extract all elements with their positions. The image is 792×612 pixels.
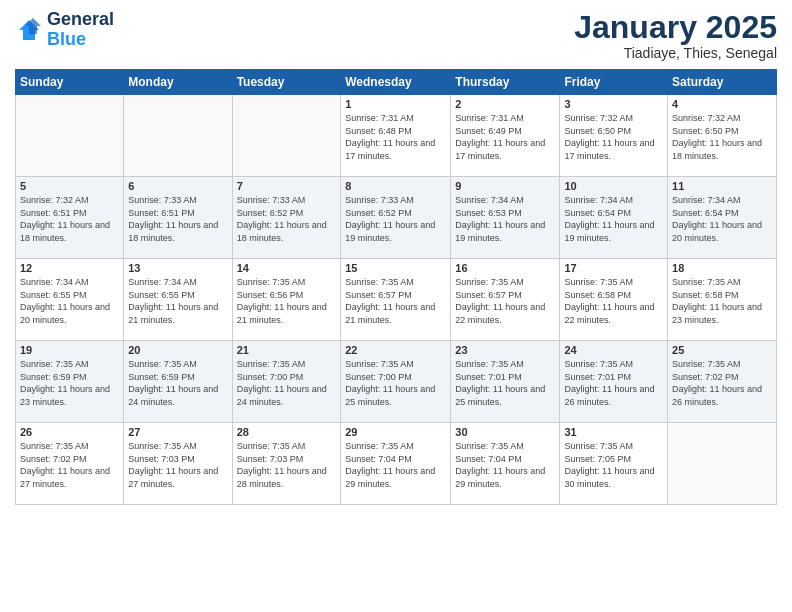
day-of-week-header: Monday [124, 70, 232, 95]
calendar-day-cell: 2Sunrise: 7:31 AMSunset: 6:49 PMDaylight… [451, 95, 560, 177]
day-number: 10 [564, 180, 663, 192]
calendar-day-cell: 29Sunrise: 7:35 AMSunset: 7:04 PMDayligh… [341, 423, 451, 505]
calendar-day-cell: 15Sunrise: 7:35 AMSunset: 6:57 PMDayligh… [341, 259, 451, 341]
day-info: Sunrise: 7:35 AMSunset: 6:56 PMDaylight:… [237, 276, 337, 326]
day-number: 27 [128, 426, 227, 438]
day-number: 6 [128, 180, 227, 192]
calendar-day-cell [232, 95, 341, 177]
day-info: Sunrise: 7:35 AMSunset: 7:01 PMDaylight:… [564, 358, 663, 408]
day-number: 17 [564, 262, 663, 274]
day-info: Sunrise: 7:34 AMSunset: 6:53 PMDaylight:… [455, 194, 555, 244]
day-info: Sunrise: 7:35 AMSunset: 7:04 PMDaylight:… [345, 440, 446, 490]
day-info: Sunrise: 7:35 AMSunset: 7:00 PMDaylight:… [345, 358, 446, 408]
calendar-day-cell: 13Sunrise: 7:34 AMSunset: 6:55 PMDayligh… [124, 259, 232, 341]
day-number: 4 [672, 98, 772, 110]
day-of-week-header: Saturday [668, 70, 777, 95]
day-info: Sunrise: 7:35 AMSunset: 7:03 PMDaylight:… [128, 440, 227, 490]
day-info: Sunrise: 7:35 AMSunset: 6:57 PMDaylight:… [455, 276, 555, 326]
page: General Blue January 2025 Tiadiaye, Thie… [0, 0, 792, 612]
calendar-day-cell: 14Sunrise: 7:35 AMSunset: 6:56 PMDayligh… [232, 259, 341, 341]
day-info: Sunrise: 7:35 AMSunset: 6:57 PMDaylight:… [345, 276, 446, 326]
day-number: 14 [237, 262, 337, 274]
calendar-day-cell: 31Sunrise: 7:35 AMSunset: 7:05 PMDayligh… [560, 423, 668, 505]
day-info: Sunrise: 7:31 AMSunset: 6:49 PMDaylight:… [455, 112, 555, 162]
calendar-day-cell [16, 95, 124, 177]
day-info: Sunrise: 7:35 AMSunset: 7:02 PMDaylight:… [672, 358, 772, 408]
calendar-day-cell: 1Sunrise: 7:31 AMSunset: 6:48 PMDaylight… [341, 95, 451, 177]
day-number: 25 [672, 344, 772, 356]
calendar-day-cell: 25Sunrise: 7:35 AMSunset: 7:02 PMDayligh… [668, 341, 777, 423]
day-number: 24 [564, 344, 663, 356]
day-number: 1 [345, 98, 446, 110]
day-info: Sunrise: 7:35 AMSunset: 7:01 PMDaylight:… [455, 358, 555, 408]
day-number: 5 [20, 180, 119, 192]
calendar-day-cell: 11Sunrise: 7:34 AMSunset: 6:54 PMDayligh… [668, 177, 777, 259]
calendar-day-cell: 5Sunrise: 7:32 AMSunset: 6:51 PMDaylight… [16, 177, 124, 259]
day-of-week-header: Tuesday [232, 70, 341, 95]
calendar-day-cell: 26Sunrise: 7:35 AMSunset: 7:02 PMDayligh… [16, 423, 124, 505]
day-info: Sunrise: 7:32 AMSunset: 6:51 PMDaylight:… [20, 194, 119, 244]
day-info: Sunrise: 7:34 AMSunset: 6:54 PMDaylight:… [672, 194, 772, 244]
calendar-day-cell: 6Sunrise: 7:33 AMSunset: 6:51 PMDaylight… [124, 177, 232, 259]
calendar-day-cell: 27Sunrise: 7:35 AMSunset: 7:03 PMDayligh… [124, 423, 232, 505]
calendar-week-row: 12Sunrise: 7:34 AMSunset: 6:55 PMDayligh… [16, 259, 777, 341]
day-of-week-header: Wednesday [341, 70, 451, 95]
calendar-day-cell: 28Sunrise: 7:35 AMSunset: 7:03 PMDayligh… [232, 423, 341, 505]
day-info: Sunrise: 7:35 AMSunset: 7:04 PMDaylight:… [455, 440, 555, 490]
calendar-week-row: 5Sunrise: 7:32 AMSunset: 6:51 PMDaylight… [16, 177, 777, 259]
day-info: Sunrise: 7:35 AMSunset: 7:02 PMDaylight:… [20, 440, 119, 490]
day-info: Sunrise: 7:33 AMSunset: 6:51 PMDaylight:… [128, 194, 227, 244]
day-info: Sunrise: 7:32 AMSunset: 6:50 PMDaylight:… [672, 112, 772, 162]
day-number: 9 [455, 180, 555, 192]
day-info: Sunrise: 7:34 AMSunset: 6:54 PMDaylight:… [564, 194, 663, 244]
title-section: January 2025 Tiadiaye, Thies, Senegal [574, 10, 777, 61]
day-number: 28 [237, 426, 337, 438]
calendar-day-cell: 7Sunrise: 7:33 AMSunset: 6:52 PMDaylight… [232, 177, 341, 259]
day-info: Sunrise: 7:35 AMSunset: 6:59 PMDaylight:… [20, 358, 119, 408]
calendar-day-cell: 9Sunrise: 7:34 AMSunset: 6:53 PMDaylight… [451, 177, 560, 259]
calendar: SundayMondayTuesdayWednesdayThursdayFrid… [15, 69, 777, 505]
day-number: 16 [455, 262, 555, 274]
day-number: 8 [345, 180, 446, 192]
day-info: Sunrise: 7:35 AMSunset: 6:59 PMDaylight:… [128, 358, 227, 408]
day-info: Sunrise: 7:34 AMSunset: 6:55 PMDaylight:… [128, 276, 227, 326]
day-info: Sunrise: 7:31 AMSunset: 6:48 PMDaylight:… [345, 112, 446, 162]
day-number: 31 [564, 426, 663, 438]
day-info: Sunrise: 7:35 AMSunset: 7:03 PMDaylight:… [237, 440, 337, 490]
day-info: Sunrise: 7:33 AMSunset: 6:52 PMDaylight:… [237, 194, 337, 244]
logo-icon [15, 16, 43, 44]
calendar-day-cell: 12Sunrise: 7:34 AMSunset: 6:55 PMDayligh… [16, 259, 124, 341]
logo-line2: Blue [47, 30, 114, 50]
day-number: 11 [672, 180, 772, 192]
location: Tiadiaye, Thies, Senegal [574, 45, 777, 61]
calendar-day-cell: 18Sunrise: 7:35 AMSunset: 6:58 PMDayligh… [668, 259, 777, 341]
day-info: Sunrise: 7:35 AMSunset: 6:58 PMDaylight:… [672, 276, 772, 326]
day-number: 21 [237, 344, 337, 356]
calendar-day-cell: 10Sunrise: 7:34 AMSunset: 6:54 PMDayligh… [560, 177, 668, 259]
calendar-day-cell: 20Sunrise: 7:35 AMSunset: 6:59 PMDayligh… [124, 341, 232, 423]
calendar-day-cell: 21Sunrise: 7:35 AMSunset: 7:00 PMDayligh… [232, 341, 341, 423]
day-number: 23 [455, 344, 555, 356]
day-number: 20 [128, 344, 227, 356]
day-number: 12 [20, 262, 119, 274]
calendar-day-cell: 3Sunrise: 7:32 AMSunset: 6:50 PMDaylight… [560, 95, 668, 177]
day-number: 2 [455, 98, 555, 110]
day-number: 22 [345, 344, 446, 356]
day-of-week-header: Friday [560, 70, 668, 95]
day-number: 19 [20, 344, 119, 356]
calendar-day-cell: 22Sunrise: 7:35 AMSunset: 7:00 PMDayligh… [341, 341, 451, 423]
calendar-day-cell [124, 95, 232, 177]
calendar-day-cell: 30Sunrise: 7:35 AMSunset: 7:04 PMDayligh… [451, 423, 560, 505]
calendar-day-cell: 24Sunrise: 7:35 AMSunset: 7:01 PMDayligh… [560, 341, 668, 423]
calendar-day-cell: 16Sunrise: 7:35 AMSunset: 6:57 PMDayligh… [451, 259, 560, 341]
day-info: Sunrise: 7:32 AMSunset: 6:50 PMDaylight:… [564, 112, 663, 162]
calendar-day-cell: 23Sunrise: 7:35 AMSunset: 7:01 PMDayligh… [451, 341, 560, 423]
calendar-day-cell: 4Sunrise: 7:32 AMSunset: 6:50 PMDaylight… [668, 95, 777, 177]
day-info: Sunrise: 7:33 AMSunset: 6:52 PMDaylight:… [345, 194, 446, 244]
logo-text: General Blue [47, 10, 114, 50]
calendar-day-cell: 17Sunrise: 7:35 AMSunset: 6:58 PMDayligh… [560, 259, 668, 341]
day-number: 30 [455, 426, 555, 438]
day-of-week-header: Sunday [16, 70, 124, 95]
calendar-day-cell [668, 423, 777, 505]
calendar-header-row: SundayMondayTuesdayWednesdayThursdayFrid… [16, 70, 777, 95]
